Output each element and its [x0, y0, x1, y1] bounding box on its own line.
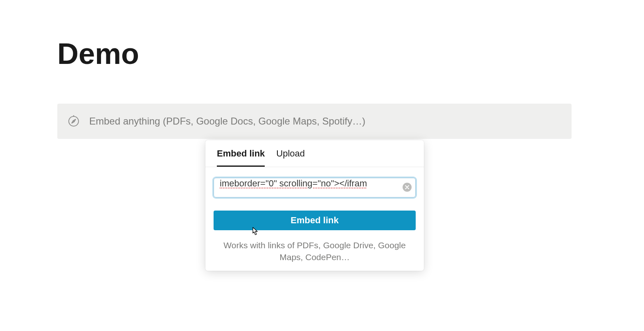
embed-input-wrap: imeborder="0" scrolling="no"></ifram	[205, 167, 424, 197]
tab-upload[interactable]: Upload	[276, 140, 305, 167]
embed-help-text: Works with links of PDFs, Google Drive, …	[205, 230, 424, 263]
tab-row: Embed link Upload	[205, 140, 424, 167]
embed-url-input[interactable]: imeborder="0" scrolling="no"></ifram	[214, 178, 416, 197]
embed-button-wrap: Embed link	[205, 197, 424, 230]
clear-input-icon[interactable]	[403, 183, 412, 192]
svg-point-1	[73, 116, 74, 117]
page-title: Demo	[57, 37, 139, 70]
tab-embed-link[interactable]: Embed link	[217, 140, 265, 167]
embed-link-button[interactable]: Embed link	[214, 211, 416, 230]
svg-point-3	[73, 121, 74, 122]
embed-popover: Embed link Upload imeborder="0" scrollin…	[205, 140, 424, 271]
embed-url-input-value: imeborder="0" scrolling="no"></ifram	[220, 178, 367, 188]
compass-icon	[67, 115, 80, 128]
embed-placeholder-text: Embed anything (PDFs, Google Docs, Googl…	[89, 116, 365, 127]
embed-block[interactable]: Embed anything (PDFs, Google Docs, Googl…	[57, 104, 572, 139]
